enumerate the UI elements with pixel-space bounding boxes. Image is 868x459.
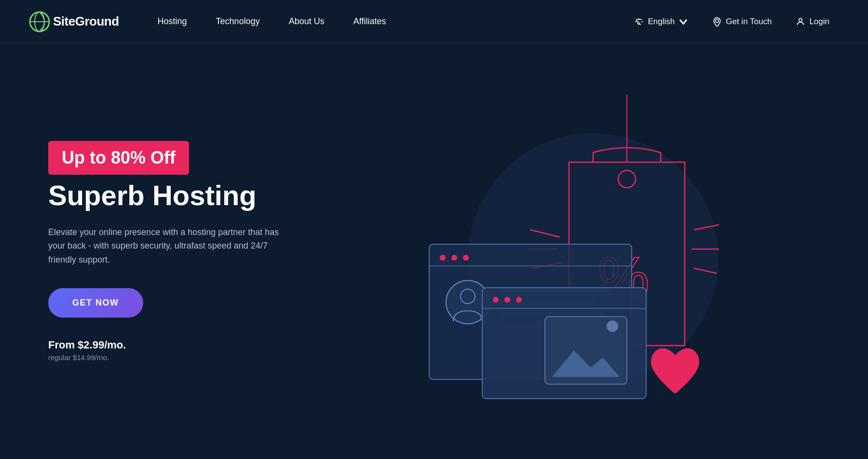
nav-affiliates[interactable]: Affiliates [339, 16, 401, 27]
svg-point-32 [607, 320, 618, 332]
language-selector[interactable]: English [624, 17, 698, 27]
nav-hosting[interactable]: Hosting [143, 16, 202, 27]
nav-about-us[interactable]: About Us [274, 16, 339, 27]
nav-links: Hosting Technology About Us Affiliates [143, 16, 625, 27]
svg-point-4 [799, 18, 802, 22]
hero-section: Up to 80% Off Superb Hosting Elevate you… [0, 43, 868, 459]
hero-content: Up to 80% Off Superb Hosting Elevate you… [48, 141, 299, 362]
login-button[interactable]: Login [786, 17, 839, 27]
get-in-touch[interactable]: Get in Touch [703, 17, 781, 27]
svg-point-27 [493, 297, 499, 303]
logo-text: SiteGround [53, 14, 119, 29]
hero-graphic: % [391, 95, 728, 408]
svg-point-18 [463, 255, 469, 261]
navbar: SiteGround Hosting Technology About Us A… [0, 0, 868, 43]
logo-icon [29, 11, 50, 32]
logo[interactable]: SiteGround [29, 11, 119, 32]
svg-point-29 [516, 297, 522, 303]
hero-illustration: % [299, 83, 820, 420]
chevron-down-icon [678, 17, 688, 27]
get-now-button[interactable]: GET NOW [48, 288, 143, 318]
user-icon [796, 17, 805, 27]
translate-icon [634, 17, 644, 27]
svg-point-28 [504, 297, 510, 303]
hero-pricing: From $2.99/mo. regular $14.99/mo. [48, 339, 299, 362]
location-icon [712, 17, 722, 27]
svg-point-3 [716, 19, 719, 23]
hero-price-main: From $2.99/mo. [48, 339, 299, 351]
hero-title: Superb Hosting [48, 180, 299, 212]
svg-point-17 [451, 255, 457, 261]
hero-badge: Up to 80% Off [48, 141, 189, 175]
hero-description: Elevate your online presence with a host… [48, 225, 280, 267]
svg-point-16 [440, 255, 446, 261]
hero-price-regular: regular $14.99/mo. [48, 353, 299, 362]
nav-right: English Get in Touch Login [624, 17, 839, 27]
nav-technology[interactable]: Technology [202, 16, 274, 27]
